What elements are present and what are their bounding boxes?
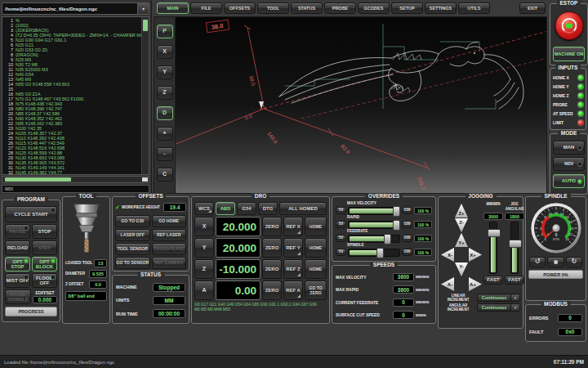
linear-increment-combo[interactable]: Continuous ▾	[477, 294, 520, 302]
max-velocity-max-button[interactable]: 100	[402, 207, 412, 214]
spindle-stop-button[interactable]: ■	[547, 257, 564, 267]
chevron-down-icon[interactable]: ▾	[511, 294, 520, 302]
max-velocity-slider[interactable]	[348, 207, 400, 215]
jog-z-plus-button[interactable]: Z+	[455, 204, 468, 218]
spindle-min-button[interactable]: 50	[336, 249, 346, 256]
feedrate-slider[interactable]	[348, 235, 400, 243]
menu-tab[interactable]: SETTINGS	[425, 2, 457, 14]
zero-a-button[interactable]: ZERO	[262, 280, 282, 300]
flood-button[interactable]: FLOOD OFF	[32, 273, 57, 288]
zero-z-button[interactable]: ZERO	[262, 259, 282, 279]
gcode-file-path[interactable]: /home/jim/linuxcnc/nc_files/Dragon.ngc	[2, 2, 138, 15]
spindle-slider[interactable]	[348, 249, 400, 257]
chevron-down-icon[interactable]: ▾	[511, 303, 520, 312]
home-x-button[interactable]: HOME	[305, 217, 327, 236]
axis-a-button[interactable]: A	[194, 280, 214, 300]
menu-tab[interactable]: STATUS	[291, 2, 323, 14]
rapid-max-button[interactable]: 100	[402, 221, 412, 228]
cycle-start-button[interactable]: CYCLE START	[5, 206, 57, 222]
slider-handle[interactable]	[393, 220, 400, 231]
mode-man-button[interactable]: MAN	[553, 141, 585, 155]
mist-button[interactable]: MIST OFF	[5, 273, 30, 288]
menu-tab[interactable]: SETUP	[391, 2, 423, 14]
menu-tab[interactable]: MAIN	[157, 2, 189, 14]
hscroll-thumb[interactable]	[5, 177, 71, 182]
menu-tab[interactable]: UTILS	[458, 2, 490, 14]
gcode-line[interactable]: N145 X149.382 Y44.77	[2, 170, 141, 174]
machine-on-button[interactable]: MACHINE ON	[553, 47, 585, 61]
ref-y-button[interactable]: REF Y	[283, 238, 303, 258]
home-z-button[interactable]: HOME	[305, 259, 327, 279]
rapid-slider[interactable]	[348, 221, 400, 229]
graphics-toolbar-button[interactable]: C	[157, 168, 173, 182]
goto-g30-button[interactable]: GO TO G30	[115, 215, 150, 227]
opt-block-button[interactable]: OPT BLOCK	[32, 257, 57, 272]
goto-sensor-button[interactable]: GO TO SENSOR	[115, 257, 150, 269]
abs-button[interactable]: ABS	[216, 202, 235, 215]
gcode-hscrollbar[interactable]	[2, 176, 149, 183]
menu-tab[interactable]: OFFSETS	[224, 2, 256, 14]
zero-y-button[interactable]: ZERO	[262, 238, 282, 258]
pause-spindle-button[interactable]: PAUSE SPINDLE	[5, 289, 31, 304]
reload-button[interactable]: RELOAD	[5, 240, 30, 255]
touch-plate-button[interactable]: TOUCH PLATE	[152, 243, 187, 255]
jog-x-plus-button[interactable]: X+	[469, 248, 482, 262]
g54-button[interactable]: G54	[237, 202, 256, 215]
feedrate-max-button[interactable]: 100	[402, 235, 412, 242]
exit-button[interactable]: EXIT	[519, 2, 546, 14]
laser-button[interactable]: LASER OFF	[115, 229, 150, 241]
go-home-button[interactable]: GO HOME	[152, 215, 187, 227]
dtg-button[interactable]: DTG	[258, 202, 278, 215]
linear-fast-button[interactable]: FAST	[483, 276, 503, 285]
gcode-list[interactable]: %(1002)(JOKERSBACK)(T2 D=6.35 CR=0. TAPE…	[2, 17, 141, 174]
spindle-reverse-button[interactable]: ↺	[529, 257, 546, 267]
jog-a-minus-button[interactable]: A-	[441, 277, 454, 291]
jog-a-plus-button[interactable]: A+	[469, 277, 482, 291]
angular-jog-slider[interactable]	[510, 222, 519, 274]
graphics-toolbar-button[interactable]: +	[157, 127, 173, 141]
ref-a-button[interactable]: REF A	[283, 280, 303, 300]
rapid-min-button[interactable]: 50	[336, 221, 346, 228]
file-dropdown-button[interactable]: ▾	[138, 2, 149, 15]
graphics-toolbar-button[interactable]: Y	[157, 65, 173, 79]
opt-stop-button[interactable]: OPT STOP	[5, 257, 30, 272]
goto-zero-button[interactable]: GO TO ZERO	[305, 280, 327, 300]
linear-jog-slider[interactable]	[489, 222, 497, 274]
backplot-view[interactable]: 38.0 38.0 0.0 148.9 62.9 209.7 PXYZD+-C	[154, 16, 547, 194]
jog-y-minus-button[interactable]: Y-	[455, 263, 468, 276]
step-button[interactable]: STEP	[32, 240, 57, 255]
graphics-toolbar-button[interactable]: X	[157, 45, 173, 59]
angular-increment-combo[interactable]: Continuous ▾	[477, 303, 520, 312]
slider-handle[interactable]	[488, 229, 501, 237]
home-y-button[interactable]: HOME	[305, 238, 327, 258]
ref-z-button[interactable]: REF Z	[283, 259, 303, 279]
slider-handle[interactable]	[509, 240, 522, 248]
pause-button[interactable]: PAUSE	[5, 224, 30, 239]
stop-button[interactable]: STOP	[32, 224, 57, 239]
gcode-vscrollbar[interactable]	[141, 17, 149, 174]
graphics-toolbar-button[interactable]: -	[157, 147, 173, 161]
spindle-max-button[interactable]: 100	[402, 249, 412, 256]
slider-handle[interactable]	[384, 234, 391, 245]
axis-x-button[interactable]: X	[194, 217, 214, 236]
axis-y-button[interactable]: Y	[194, 238, 214, 258]
all-homed-button[interactable]: ALL HOMED	[279, 202, 327, 215]
zero-x-button[interactable]: ZERO	[262, 217, 282, 236]
menu-tab[interactable]: TOOL	[257, 2, 289, 14]
menu-tab[interactable]: PROBE	[324, 2, 356, 14]
graphics-toolbar-button[interactable]: Z	[157, 86, 173, 100]
tool-sensor-button[interactable]: TOOL SENSOR	[115, 243, 150, 255]
spindle-forward-button[interactable]: ↻	[566, 257, 582, 267]
menu-tab[interactable]: FILE	[190, 2, 222, 14]
ref-x-button[interactable]: REF X	[283, 217, 303, 236]
ref-laser-button[interactable]: REF LASER	[152, 229, 187, 241]
angular-fast-button[interactable]: FAST	[505, 276, 524, 285]
slider-handle[interactable]	[393, 206, 400, 217]
menu-tab[interactable]: GCODES	[358, 2, 390, 14]
slider-handle[interactable]	[376, 248, 384, 258]
feedrate-min-button[interactable]: 50	[336, 235, 346, 242]
jog-z-minus-button[interactable]: Z-	[455, 218, 468, 232]
mdi-input[interactable]: MDI	[2, 185, 149, 193]
mode-auto-button[interactable]: AUTO	[553, 174, 585, 188]
estop-button[interactable]	[555, 11, 583, 40]
